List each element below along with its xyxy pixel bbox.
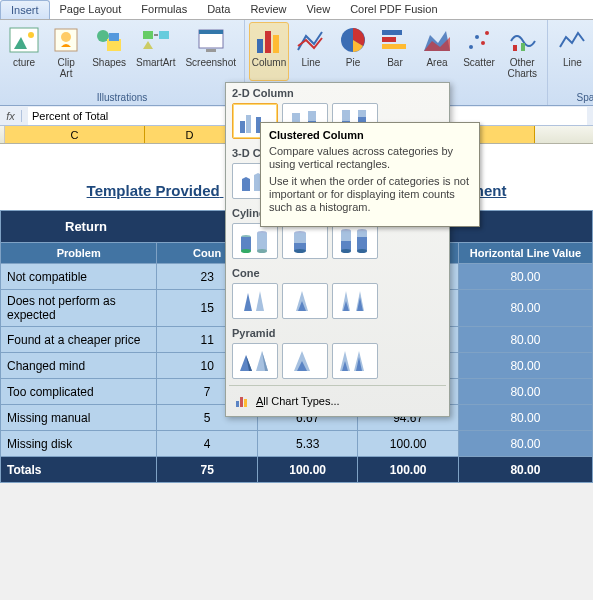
100pct-stacked-pyramid[interactable]	[332, 343, 378, 379]
svg-rect-90	[244, 399, 247, 407]
other-charts-button[interactable]: Other Charts	[501, 22, 543, 81]
group-illustrations-label: Illustrations	[4, 92, 240, 105]
svg-rect-28	[521, 43, 525, 51]
picture-button[interactable]: cture	[4, 22, 44, 81]
svg-rect-27	[513, 45, 517, 51]
svg-rect-20	[382, 44, 406, 49]
svg-rect-7	[109, 33, 119, 41]
svg-rect-8	[143, 31, 153, 39]
svg-rect-33	[246, 115, 251, 133]
column-chart-button[interactable]: Column	[249, 22, 289, 81]
ribbon-tabs: Insert Page Layout Formulas Data Review …	[0, 0, 593, 20]
all-chart-types-button[interactable]: All Chart Types...	[226, 388, 449, 414]
svg-rect-16	[273, 35, 279, 53]
tab-page-layout[interactable]: Page Layout	[50, 0, 132, 19]
smartart-button[interactable]: SmartArt	[132, 22, 179, 81]
svg-point-61	[294, 249, 306, 253]
svg-marker-71	[256, 291, 264, 311]
sparkline-line-button[interactable]: Line	[552, 22, 592, 70]
clustered-cone[interactable]	[232, 283, 278, 319]
clustered-column-tooltip: Clustered Column Compare values across c…	[260, 122, 480, 227]
scatter-chart-icon	[463, 24, 495, 56]
pie-chart-button[interactable]: Pie	[333, 22, 373, 81]
svg-rect-56	[257, 233, 267, 251]
th-horizontal: Horizontal Line Value	[458, 243, 592, 264]
group-sparklines-label: Sparklin	[552, 92, 593, 105]
line-chart-button[interactable]: Line	[291, 22, 331, 81]
svg-rect-18	[382, 30, 402, 35]
tab-insert[interactable]: Insert	[0, 0, 50, 19]
svg-rect-15	[265, 31, 271, 53]
stacked-cone[interactable]	[282, 283, 328, 319]
all-chart-types-icon	[234, 393, 250, 409]
svg-marker-70	[244, 293, 252, 311]
screenshot-button[interactable]: Screenshot	[181, 22, 240, 81]
area-chart-icon	[421, 24, 453, 56]
other-charts-icon	[506, 24, 538, 56]
tab-view[interactable]: View	[296, 0, 340, 19]
svg-marker-10	[143, 41, 153, 49]
column-chart-icon	[253, 24, 285, 56]
bar-chart-icon	[379, 24, 411, 56]
svg-point-26	[485, 31, 489, 35]
shapes-button[interactable]: Shapes	[88, 22, 130, 81]
svg-rect-32	[240, 121, 245, 133]
totals-row: Totals 75 100.00 100.00 80.00	[1, 457, 593, 483]
svg-point-54	[241, 249, 251, 253]
area-chart-button[interactable]: Area	[417, 22, 457, 81]
stacked-cylinder[interactable]	[282, 223, 328, 259]
100pct-stacked-cone[interactable]	[332, 283, 378, 319]
pie-chart-icon	[337, 24, 369, 56]
clustered-pyramid[interactable]	[232, 343, 278, 379]
svg-point-69	[357, 249, 367, 253]
fx-button[interactable]: fx	[0, 110, 22, 122]
svg-point-25	[481, 41, 485, 45]
smartart-icon	[140, 24, 172, 56]
line-chart-icon	[295, 24, 327, 56]
svg-rect-13	[206, 49, 216, 52]
group-sparklines: Line Column Sparklin	[548, 20, 593, 105]
svg-rect-88	[236, 401, 239, 407]
svg-point-65	[341, 249, 351, 253]
shapes-icon	[93, 24, 125, 56]
screenshot-icon	[195, 24, 227, 56]
svg-point-24	[475, 35, 479, 39]
svg-point-2	[28, 32, 34, 38]
group-illustrations: cture Clip Art Shapes SmartArt Screensho…	[0, 20, 245, 105]
svg-point-57	[257, 249, 267, 253]
svg-rect-12	[199, 30, 223, 34]
svg-rect-9	[159, 31, 169, 39]
clipart-icon	[50, 24, 82, 56]
clipart-button[interactable]: Clip Art	[46, 22, 86, 81]
100pct-stacked-cylinder[interactable]	[332, 223, 378, 259]
scatter-chart-button[interactable]: Scatter	[459, 22, 499, 81]
tab-corel-pdf[interactable]: Corel PDF Fusion	[340, 0, 447, 19]
svg-rect-68	[357, 237, 367, 251]
tab-formulas[interactable]: Formulas	[131, 0, 197, 19]
sparkline-line-icon	[556, 24, 588, 56]
picture-icon	[8, 24, 40, 56]
svg-point-23	[469, 45, 473, 49]
tab-review[interactable]: Review	[240, 0, 296, 19]
svg-marker-44	[242, 177, 250, 191]
bar-chart-button[interactable]: Bar	[375, 22, 415, 81]
tab-data[interactable]: Data	[197, 0, 240, 19]
stacked-pyramid[interactable]	[282, 343, 328, 379]
col-C[interactable]: C	[5, 126, 145, 143]
col-D[interactable]: D	[145, 126, 235, 143]
svg-rect-19	[382, 37, 396, 42]
table-row: Missing disk45.33100.0080.00	[1, 431, 593, 457]
svg-rect-53	[241, 237, 251, 251]
svg-rect-14	[257, 39, 263, 53]
clustered-cylinder[interactable]	[232, 223, 278, 259]
svg-point-4	[61, 32, 71, 42]
svg-rect-89	[240, 397, 243, 407]
th-problem: Problem	[1, 243, 157, 264]
